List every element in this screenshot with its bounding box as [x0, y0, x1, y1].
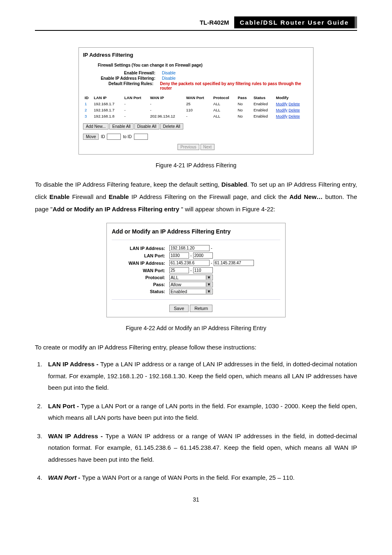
cell-lan-ip: 192.168.1.7	[92, 107, 122, 113]
divider	[112, 299, 280, 300]
cell-wan-port: -	[184, 113, 212, 119]
modify-link[interactable]: Modify	[276, 102, 288, 106]
delete-link[interactable]: Delete	[288, 114, 300, 118]
cell-modify: Modify Delete	[274, 113, 309, 119]
col-status: Status	[252, 95, 274, 101]
default-rules-value: Deny the packets not specified by any fi…	[160, 81, 309, 90]
disable-all-button[interactable]: Disable All	[134, 123, 159, 130]
modify-link[interactable]: Modify	[276, 114, 288, 118]
lan-port-label: LAN Port:	[112, 253, 169, 258]
add-modify-panel: Add or Modify an IP Address Filtering En…	[106, 223, 286, 317]
list-item: LAN IP Address - Type a LAN IP address o…	[44, 358, 357, 394]
enable-ipf-value: Disable	[162, 76, 175, 81]
enable-ipf-label: Enable IP Address Filtering:	[98, 76, 162, 81]
table-row: 1 192.168.1.7 - - 25 ALL No Enabled Modi…	[83, 101, 309, 107]
modify-link[interactable]: Modify	[276, 108, 288, 112]
wan-port-to-input[interactable]	[193, 267, 213, 273]
enable-firewall-row: Enable Firewall: Disable	[98, 71, 309, 75]
dash: -	[211, 260, 212, 265]
cell-wan-port: 110	[184, 107, 212, 113]
delete-all-button[interactable]: Delete All	[160, 123, 183, 130]
dash: -	[190, 253, 192, 258]
cell-modify: Modify Delete	[274, 101, 309, 107]
list-item: LAN Port - Type a LAN Port or a range of…	[44, 400, 357, 424]
enable-firewall-label: Enable Firewall:	[98, 71, 162, 75]
col-lan-ip: LAN IP	[92, 95, 122, 101]
pass-select[interactable]: Allow▼	[169, 282, 213, 287]
col-wan-ip: WAN IP	[148, 95, 184, 101]
delete-link[interactable]: Delete	[288, 108, 300, 112]
wan-ip-row: WAN IP Address: -	[112, 260, 280, 266]
to-id-input[interactable]	[134, 134, 148, 140]
move-id-input[interactable]	[107, 134, 121, 140]
pass-row: Pass: Allow▼	[112, 282, 280, 287]
protocol-label: Protocol:	[112, 275, 169, 280]
cell-status: Enabled	[252, 101, 274, 107]
ip-filtering-panel: IP Address Filtering Firewall Settings (…	[78, 47, 314, 155]
header-model: TL-R402M	[200, 19, 229, 26]
list-item: WAN Port - Type a WAN Port or a range of…	[44, 472, 357, 484]
move-button[interactable]: Move	[83, 134, 99, 140]
cell-lan-ip: 192.168.1.8	[92, 113, 122, 119]
move-row: Move ID to ID	[83, 134, 309, 140]
wan-port-label: WAN Port:	[112, 268, 169, 273]
paragraph-2: To create or modify an IP Address Filter…	[35, 341, 357, 354]
return-button[interactable]: Return	[190, 305, 212, 312]
wan-ip-to-input[interactable]	[214, 260, 254, 266]
cell-modify: Modify Delete	[274, 107, 309, 113]
add-new-button[interactable]: Add New...	[83, 123, 108, 130]
page-header: TL-R402M Cable/DSL Router User Guide	[35, 16, 357, 31]
cell-status: Enabled	[252, 107, 274, 113]
cell-pass: No	[236, 107, 252, 113]
lan-ip-row: LAN IP Address: -	[112, 245, 280, 251]
lan-port-to-input[interactable]	[193, 252, 213, 259]
chevron-down-icon: ▼	[206, 289, 212, 294]
protocol-row: Protocol: ALL▼	[112, 275, 280, 280]
filtering-table: ID LAN IP LAN Port WAN IP WAN Port Proto…	[83, 95, 309, 119]
lan-port-from-input[interactable]	[169, 252, 189, 259]
cell-wan-ip: 202.96.134.12	[148, 113, 184, 119]
enable-firewall-value: Disable	[162, 71, 175, 75]
lan-port-row: LAN Port: -	[112, 252, 280, 259]
lan-ip-label: LAN IP Address:	[112, 246, 169, 251]
save-button[interactable]: Save	[169, 305, 189, 312]
col-wan-port: WAN Port	[184, 95, 212, 101]
cell-protocol: ALL	[212, 107, 236, 113]
delete-link[interactable]: Delete	[288, 102, 300, 106]
dash: -	[190, 268, 192, 273]
list-item: WAN IP Address - Type a WAN IP address o…	[44, 430, 357, 466]
chevron-down-icon: ▼	[206, 282, 212, 287]
cell-protocol: ALL	[212, 113, 236, 119]
status-select[interactable]: Enabled▼	[169, 289, 213, 294]
figure-caption-1: Figure 4-21 IP Address Filtering	[35, 162, 357, 169]
enable-ipf-row: Enable IP Address Filtering: Disable	[98, 76, 309, 81]
cell-lan-port: -	[123, 107, 149, 113]
page-number: 31	[35, 496, 357, 503]
table-row: 3 192.168.1.8 - 202.96.134.12 - ALL No E…	[83, 113, 309, 119]
protocol-select[interactable]: ALL▼	[169, 275, 213, 280]
col-id: ID	[83, 95, 92, 101]
status-row: Status: Enabled▼	[112, 289, 280, 294]
wan-port-from-input[interactable]	[169, 267, 189, 273]
cell-wan-ip: -	[148, 101, 184, 107]
wan-ip-from-input[interactable]	[169, 260, 210, 266]
enable-all-button[interactable]: Enable All	[109, 123, 133, 130]
cell-id: 1	[83, 101, 92, 107]
cell-id: 2	[83, 107, 92, 113]
cell-lan-port: -	[123, 101, 149, 107]
lan-ip-from-input[interactable]	[169, 245, 210, 251]
cell-protocol: ALL	[212, 101, 236, 107]
col-protocol: Protocol	[212, 95, 236, 101]
col-pass: Pass	[236, 95, 252, 101]
dash: -	[211, 245, 212, 250]
figure-caption-2: Figure 4-22 Add or Modify an IP Address …	[35, 325, 357, 331]
next-button[interactable]: Next	[201, 144, 215, 150]
cell-pass: No	[236, 113, 252, 119]
panel2-buttons: Save Return	[169, 305, 280, 312]
col-modify: Modify	[274, 95, 309, 101]
pass-label: Pass:	[112, 282, 169, 287]
cell-wan-ip: -	[148, 107, 184, 113]
previous-button[interactable]: Previous	[178, 144, 199, 150]
wan-port-row: WAN Port: -	[112, 267, 280, 273]
cell-status: Enabled	[252, 113, 274, 119]
